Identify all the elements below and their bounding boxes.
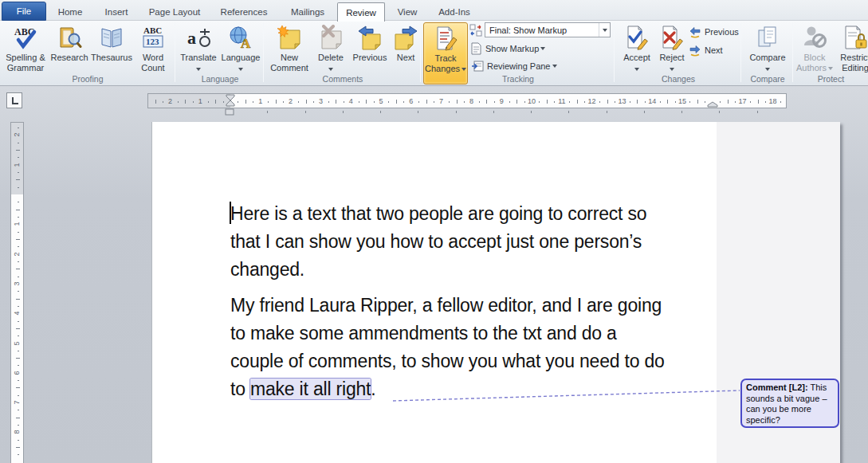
left-tab-stop-icon [12, 97, 18, 104]
delete-comment-button[interactable]: Delete [312, 22, 349, 75]
word-count-icon: ABC 123 [140, 25, 166, 50]
group-language: a Translate A Language Language [176, 21, 264, 85]
accept-icon [624, 25, 650, 50]
next-comment-button[interactable]: Next [391, 22, 421, 75]
reject-dropdown-arrow [670, 68, 674, 71]
group-proofing: ABC Spelling &Grammar Research Thesaurus… [0, 21, 175, 85]
text-line[interactable]: My friend Laura Ripper, a fellow editor,… [230, 292, 665, 320]
tab-add-ins[interactable]: Add-Ins [430, 2, 479, 21]
text-line[interactable]: Here is a text that two people are going… [230, 200, 646, 228]
document-page[interactable]: Here is a text that two people are going… [151, 122, 840, 463]
reject-button[interactable]: Reject [655, 22, 689, 75]
next-change-button[interactable]: Next [689, 42, 723, 58]
svg-text:A: A [241, 36, 251, 50]
show-markup-dropdown-arrow [540, 47, 545, 50]
svg-text:a: a [187, 28, 196, 48]
accept-button[interactable]: Accept [619, 22, 654, 75]
display-for-review-icon [469, 24, 482, 37]
accept-dropdown-arrow [634, 68, 639, 71]
new-comment-icon [276, 25, 303, 50]
text-line[interactable]: changed. [230, 256, 646, 284]
ribbon: ABC Spelling &Grammar Research Thesaurus… [0, 21, 868, 86]
group-changes: Accept Reject Previous Next Changes [615, 21, 741, 85]
tab-page-layout[interactable]: Page Layout [140, 2, 209, 21]
tab-home[interactable]: Home [48, 2, 92, 21]
thesaurus-button[interactable]: Thesaurus [89, 22, 134, 75]
vertical-ruler: 2112345678 [10, 122, 24, 463]
spelling-grammar-icon: ABC [13, 25, 38, 50]
research-button[interactable]: Research [49, 22, 89, 75]
display-for-review-combobox[interactable]: Final: Show Markup [485, 22, 611, 37]
restrict-editing-button[interactable]: RestrictEditing [835, 22, 868, 75]
reviewing-pane-icon [471, 60, 484, 73]
previous-change-button[interactable]: Previous [689, 24, 739, 40]
compare-icon [755, 25, 780, 50]
paragraph-1[interactable]: Here is a text that two people are going… [230, 200, 646, 284]
commented-text-highlight[interactable]: make it all right [250, 379, 371, 399]
paragraph-2[interactable]: My friend Laura Ripper, a fellow editor,… [230, 292, 665, 403]
text-line[interactable]: to make it all right. [230, 375, 665, 403]
delete-dropdown-arrow [328, 68, 333, 71]
comment-balloon[interactable]: Comment [L2]: This sounds a bit vague – … [740, 379, 839, 428]
reviewing-pane-button[interactable]: Reviewing Pane [471, 58, 557, 74]
next-comment-icon [392, 25, 419, 50]
right-indent-marker[interactable] [707, 101, 718, 108]
group-tracking: TrackChanges Final: Show Markup Show Mar… [422, 21, 615, 85]
word-count-button[interactable]: ABC 123 WordCount [134, 22, 172, 75]
language-dropdown-arrow [238, 68, 243, 71]
previous-comment-icon [356, 25, 383, 50]
group-protect: BlockAuthors RestrictEditing Protect [794, 21, 868, 85]
left-indent-box-marker[interactable] [225, 108, 234, 116]
show-markup-icon [471, 42, 482, 55]
translate-button[interactable]: a Translate [178, 22, 219, 75]
language-icon: A [228, 25, 253, 50]
previous-change-icon [689, 26, 701, 38]
delete-comment-icon [317, 25, 344, 50]
compare-dropdown-arrow [765, 68, 770, 71]
spelling-grammar-button[interactable]: ABC Spelling &Grammar [2, 22, 49, 75]
next-change-icon [689, 44, 701, 57]
block-authors-dropdown-arrow [828, 67, 833, 70]
tab-view[interactable]: View [387, 2, 428, 21]
track-changes-icon [433, 26, 458, 51]
ribbon-tab-bar: File Home Insert Page Layout References … [0, 0, 868, 21]
block-authors-icon [802, 25, 827, 50]
svg-text:123: 123 [146, 37, 159, 46]
svg-text:ABC: ABC [143, 26, 162, 35]
combobox-dropdown-arrow[interactable] [599, 23, 610, 37]
comment-author-label: Comment [L2]: [746, 383, 808, 392]
translate-icon: a [186, 25, 211, 50]
language-button[interactable]: A Language [220, 22, 261, 75]
thesaurus-icon [99, 25, 124, 50]
indent-markers[interactable] [226, 94, 235, 108]
text-line[interactable]: couple of comments, to show you what you… [230, 347, 665, 375]
tab-review[interactable]: Review [337, 2, 385, 22]
compare-button[interactable]: Compare [745, 22, 790, 75]
tab-file[interactable]: File [2, 2, 46, 21]
new-comment-button[interactable]: NewComment [266, 22, 312, 75]
reject-icon [659, 25, 685, 50]
group-compare: Compare Compare [742, 21, 793, 85]
tab-references[interactable]: References [210, 2, 277, 21]
document-workspace: 211234567891011121314151718 2112345678 H… [0, 86, 868, 463]
tab-mailings[interactable]: Mailings [279, 2, 336, 21]
text-line[interactable]: that I can show you how to accept just o… [230, 228, 646, 256]
horizontal-ruler: 211234567891011121314151718 [147, 93, 787, 108]
block-authors-button: BlockAuthors [795, 22, 834, 75]
reviewing-pane-dropdown-arrow [552, 65, 557, 68]
track-changes-dropdown-arrow [461, 68, 466, 71]
tab-insert[interactable]: Insert [94, 2, 139, 21]
horizontal-ruler-margin [148, 94, 230, 108]
show-markup-button[interactable]: Show Markup [471, 41, 545, 57]
tab-stop-selector[interactable] [6, 92, 22, 108]
group-comments: NewComment Delete Previous Next Comments [265, 21, 421, 85]
translate-dropdown-arrow [196, 68, 201, 71]
research-icon [57, 25, 82, 50]
previous-comment-button[interactable]: Previous [349, 22, 391, 75]
text-line[interactable]: to make some ammendments to the txt and … [230, 320, 665, 347]
restrict-editing-icon [842, 25, 868, 50]
